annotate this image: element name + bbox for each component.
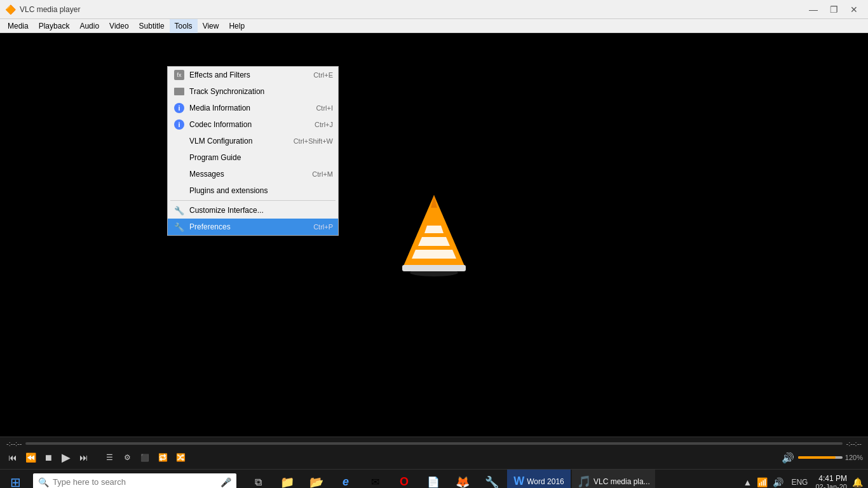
title-bar-left: 🔶 VLC media player (5, 4, 80, 15)
taskbar-videos-folder[interactable]: 📂 (302, 470, 330, 489)
time-total: -:--:-- (846, 440, 862, 447)
messages-label: Messages (189, 170, 312, 179)
taskbar-apps: ⧉ 📁 📂 e ✉ O 📄 🦊 🔧 (244, 470, 655, 489)
vlm-icon (173, 135, 186, 147)
menu-program-guide[interactable]: Program Guide (168, 149, 338, 166)
taskbar-opera[interactable]: O (390, 470, 418, 489)
notification-icon[interactable]: 🔔 (852, 477, 863, 487)
playback-buttons: ⏮ ⏪ ⏹ ▶ ⏭ ☰ ⚙ ⬛ 🔁 🔀 (5, 450, 188, 465)
minimize-button[interactable]: — (804, 3, 822, 17)
menu-bar: Media Playback Audio Video Subtitle Tool… (0, 19, 868, 33)
preferences-icon: 🔧 (173, 220, 186, 233)
word-label: Word 2016 (527, 477, 564, 486)
menu-codec-info[interactable]: i Codec Information Ctrl+J (168, 116, 338, 133)
taskbar-task-view[interactable]: ⧉ (244, 470, 272, 489)
frame-button[interactable]: ⬛ (137, 450, 153, 465)
media-info-icon: i (173, 102, 186, 114)
search-box[interactable]: 🔍 🎤 (33, 473, 236, 489)
customize-icon: 🔧 (173, 204, 186, 217)
menu-subtitle[interactable]: Subtitle (134, 19, 170, 33)
play-button[interactable]: ▶ (58, 450, 74, 465)
effects-shortcut: Ctrl+E (313, 71, 333, 79)
seekbar-row: -:--:-- -:--:-- (0, 437, 868, 449)
titlebar-controls: — ❐ ✕ (804, 3, 863, 17)
tray-up-arrow[interactable]: ▲ (743, 477, 752, 487)
menu-tools[interactable]: Tools (170, 19, 198, 33)
stop-button[interactable]: ⏹ (41, 450, 56, 465)
taskbar-repair[interactable]: 🔧 (478, 470, 506, 489)
taskbar-file-explorer[interactable]: 📁 (273, 470, 301, 489)
seek-bar[interactable] (25, 442, 842, 445)
vlm-label: VLM Configuration (189, 137, 294, 146)
prev-chapter-button[interactable]: ⏮ (5, 450, 20, 465)
menu-preferences[interactable]: 🔧 Preferences Ctrl+P (168, 219, 338, 235)
menu-video[interactable]: Video (104, 19, 133, 33)
taskbar-word[interactable]: W Word 2016 (507, 470, 571, 489)
effects-label: Effects and Filters (189, 71, 313, 79)
track-sync-label: Track Synchronization (189, 87, 333, 96)
plugins-icon (173, 184, 186, 197)
vlm-shortcut: Ctrl+Shift+W (294, 137, 333, 145)
taskbar-firefox[interactable]: 🦊 (449, 470, 477, 489)
microphone-icon[interactable]: 🎤 (220, 477, 231, 487)
random-button[interactable]: 🔀 (173, 450, 188, 465)
menu-media[interactable]: Media (3, 19, 34, 33)
taskbar-vlc[interactable]: 🎵 VLC media pla... (572, 470, 655, 489)
volume-percent: 120% (845, 454, 863, 461)
vlc-label: VLC media pla... (593, 477, 650, 486)
clock-time: 4:41 PM (815, 474, 847, 483)
clock-date: 02-Jan-20 (815, 483, 847, 489)
menu-vlm-config[interactable]: VLM Configuration Ctrl+Shift+W (168, 133, 338, 149)
taskbar-edge[interactable]: e (332, 470, 360, 489)
close-button[interactable]: ✕ (845, 3, 863, 17)
menu-view[interactable]: View (198, 19, 224, 33)
taskbar-file[interactable]: 📄 (419, 470, 447, 489)
extended-settings-button[interactable]: ⚙ (119, 450, 135, 465)
customize-label: Customize Interface... (189, 206, 333, 215)
menu-plugins[interactable]: Plugins and extensions (168, 182, 338, 199)
next-chapter-button[interactable]: ⏭ (76, 450, 92, 465)
svg-marker-4 (418, 237, 450, 246)
loop-button[interactable]: 🔁 (155, 450, 170, 465)
time-current: -:--:-- (6, 440, 22, 447)
menu-help[interactable]: Help (224, 19, 250, 33)
mute-button[interactable]: 🔊 (780, 450, 796, 465)
vlc-logo (399, 194, 469, 276)
program-guide-icon (173, 151, 186, 164)
buttons-row: ⏮ ⏪ ⏹ ▶ ⏭ ☰ ⚙ ⬛ 🔁 🔀 🔊 120% (0, 449, 868, 466)
toggle-playlist-button[interactable]: ☰ (102, 450, 117, 465)
codec-info-shortcut: Ctrl+J (315, 121, 333, 128)
start-button[interactable]: ⊞ (0, 470, 31, 489)
separator-1 (170, 200, 336, 201)
effects-icon: fx (173, 69, 186, 81)
messages-shortcut: Ctrl+M (312, 170, 333, 178)
program-guide-label: Program Guide (189, 153, 333, 162)
tray-volume-icon[interactable]: 🔊 (773, 477, 783, 487)
taskbar: ⊞ 🔍 🎤 ⧉ 📁 📂 e ✉ O 📄 (0, 469, 868, 488)
svg-rect-7 (402, 265, 466, 271)
svg-marker-3 (412, 250, 456, 259)
menu-messages[interactable]: Messages Ctrl+M (168, 166, 338, 182)
search-input[interactable] (53, 477, 218, 487)
time-display[interactable]: 4:41 PM 02-Jan-20 (815, 474, 847, 489)
volume-area: 🔊 120% (780, 450, 863, 465)
app-title: VLC media player (20, 5, 80, 14)
taskbar-mail[interactable]: ✉ (361, 470, 389, 489)
menu-effects-filters[interactable]: fx Effects and Filters Ctrl+E (168, 67, 338, 83)
prev-button[interactable]: ⏪ (23, 450, 38, 465)
maximize-button[interactable]: ❐ (825, 3, 843, 17)
menu-playback[interactable]: Playback (34, 19, 75, 33)
taskbar-right: ▲ 📶 🔊 ENG 4:41 PM 02-Jan-20 🔔 (738, 470, 868, 489)
preferences-shortcut: Ctrl+P (313, 223, 333, 231)
tools-dropdown-menu: fx Effects and Filters Ctrl+E Track Sync… (167, 66, 339, 236)
svg-marker-5 (424, 226, 444, 233)
menu-audio[interactable]: Audio (74, 19, 104, 33)
menu-customize[interactable]: 🔧 Customize Interface... (168, 202, 338, 219)
language-indicator[interactable]: ENG (789, 478, 810, 487)
volume-bar[interactable] (798, 456, 843, 459)
menu-media-info[interactable]: i Media Information Ctrl+I (168, 100, 338, 116)
volume-fill (798, 456, 836, 459)
track-sync-icon (173, 85, 186, 98)
menu-track-sync[interactable]: Track Synchronization (168, 83, 338, 100)
tray-network-icon[interactable]: 📶 (757, 477, 768, 487)
